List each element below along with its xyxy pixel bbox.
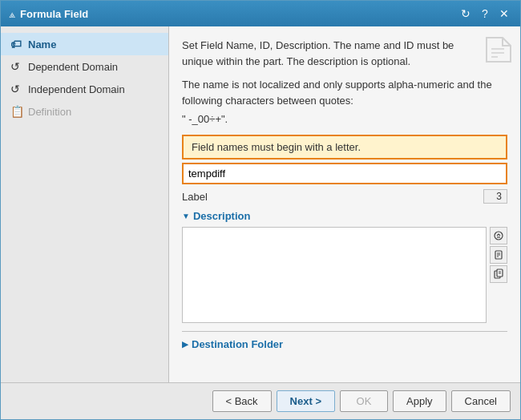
description-buttons xyxy=(490,227,507,323)
sidebar-item-independent-label: Independent Domain xyxy=(28,83,125,95)
destination-folder-label: Destination Folder xyxy=(192,338,283,350)
main-content: Set Field Name, ID, Description. The nam… xyxy=(169,26,520,382)
validation-warning: Field names must begin with a letter. xyxy=(182,135,507,160)
next-button[interactable]: Next > xyxy=(277,390,335,412)
dialog-title: Formula Field xyxy=(20,8,88,20)
tag-icon xyxy=(480,34,512,67)
apply-button[interactable]: Apply xyxy=(393,390,446,412)
name-field-container: Field names must begin with a letter. xyxy=(182,135,507,189)
sidebar-item-definition: 📋 Definition xyxy=(1,100,168,123)
definition-icon: 📋 xyxy=(10,105,23,118)
refresh-button[interactable]: ↻ xyxy=(458,6,474,22)
description-textarea[interactable] xyxy=(182,227,487,323)
formula-field-dialog: ⟁ Formula Field ↻ ? ✕ 🏷 Name ↺ Dependent… xyxy=(0,0,521,420)
dependent-domain-icon: ↺ xyxy=(10,60,23,73)
label-row: Label 3 xyxy=(182,189,507,204)
dialog-icon: ⟁ xyxy=(9,7,15,20)
description-section-label: Description xyxy=(193,210,251,222)
close-button[interactable]: ✕ xyxy=(496,6,512,22)
description-text-1: Set Field Name, ID, Description. The nam… xyxy=(182,38,507,69)
title-bar: ⟁ Formula Field ↻ ? ✕ xyxy=(1,1,520,26)
sidebar-item-name-label: Name xyxy=(28,38,56,50)
cancel-button[interactable]: Cancel xyxy=(451,390,511,412)
label-count: 3 xyxy=(483,189,507,204)
svg-point-3 xyxy=(495,232,503,240)
allowed-chars: " -_00÷+". xyxy=(182,113,507,125)
independent-domain-icon: ↺ xyxy=(10,83,23,95)
back-button[interactable]: < Back xyxy=(212,390,272,412)
desc-btn-3[interactable] xyxy=(490,265,507,283)
dialog-body: 🏷 Name ↺ Dependent Domain ↺ Independent … xyxy=(1,26,520,382)
desc-btn-2[interactable] xyxy=(490,246,507,264)
desc-btn-1[interactable] xyxy=(490,227,507,244)
sidebar: 🏷 Name ↺ Dependent Domain ↺ Independent … xyxy=(1,26,169,382)
title-bar-left: ⟁ Formula Field xyxy=(9,7,88,20)
description-arrow-icon: ▼ xyxy=(182,212,190,220)
description-section-header[interactable]: ▼ Description xyxy=(182,210,507,222)
destination-folder-header[interactable]: ▶ Destination Folder xyxy=(182,331,507,350)
sidebar-item-independent-domain[interactable]: ↺ Independent Domain xyxy=(1,78,168,100)
description-text-2: The name is not localized and only suppo… xyxy=(182,77,507,108)
label-text: Label xyxy=(182,191,208,203)
name-input[interactable] xyxy=(182,163,507,184)
description-box xyxy=(182,227,507,323)
name-icon: 🏷 xyxy=(10,38,23,50)
ok-button[interactable]: OK xyxy=(340,390,388,412)
destination-folder-arrow-icon: ▶ xyxy=(182,340,188,349)
help-button[interactable]: ? xyxy=(477,6,493,22)
sidebar-item-name[interactable]: 🏷 Name xyxy=(1,33,168,55)
footer: < Back Next > OK Apply Cancel xyxy=(1,382,520,419)
sidebar-item-dependent-label: Dependent Domain xyxy=(28,61,118,73)
title-bar-controls: ↻ ? ✕ xyxy=(458,6,512,22)
sidebar-item-definition-label: Definition xyxy=(28,106,71,118)
sidebar-item-dependent-domain[interactable]: ↺ Dependent Domain xyxy=(1,55,168,78)
